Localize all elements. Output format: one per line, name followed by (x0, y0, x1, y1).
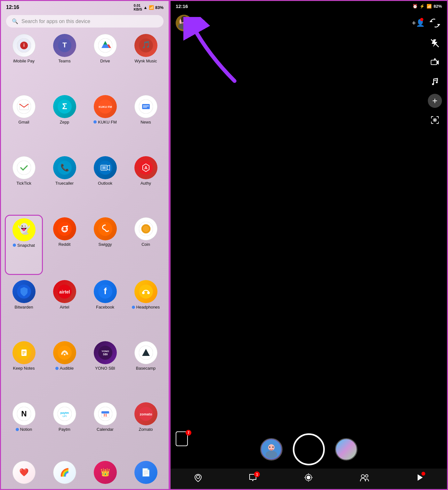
svg-point-88 (436, 81, 438, 83)
svg-rect-39 (64, 226, 67, 227)
nav-map-button[interactable] (194, 473, 203, 482)
app-item-headphones[interactable]: Headphones (127, 277, 165, 336)
svg-text:A: A (144, 165, 147, 170)
snap-bottom: 1 (171, 427, 447, 489)
app-item-truecaller[interactable]: 📞Truecaller (45, 154, 84, 212)
search-bar[interactable]: 🔍 Search for apps on this device (6, 15, 164, 28)
app-icon-paytm: paytmUPI (53, 402, 76, 425)
story-thumb-avatar[interactable] (260, 438, 283, 461)
app-icon-truecaller: 📞 (53, 156, 76, 179)
app-icon-calendar: 31 (94, 402, 117, 425)
app-icon-basecamp (134, 341, 157, 364)
battery-right: 82% (434, 4, 442, 9)
app-icon-airtel: airtel (53, 280, 76, 303)
app-label-zepp: Zepp (60, 120, 69, 125)
apps-grid: iiMobile PayTTeamsDrive🎵Wynk MusicGmailΣ… (1, 31, 169, 458)
app-item-wynkmusic[interactable]: 🎵Wynk Music (127, 31, 165, 90)
app-icon-gmail (12, 95, 36, 118)
svg-text:T: T (62, 41, 67, 49)
app-dot-badge-notion (16, 428, 19, 431)
app-item-snapchat[interactable]: 👻Snapchat (5, 215, 43, 275)
app-label-snapchat: Snapchat (17, 243, 35, 248)
nav-chat-button[interactable]: 1 (248, 473, 257, 482)
app-item-notion[interactable]: NNotion (5, 400, 43, 458)
battery-left: 83% (155, 5, 164, 10)
app-icon-ticktick (12, 156, 36, 179)
add-friend-button[interactable]: +👤 (411, 16, 425, 30)
nav-stories-button[interactable] (415, 473, 424, 482)
time-left: 12:16 (6, 4, 19, 10)
app-item-docs[interactable]: 📄 (127, 458, 165, 486)
app-item-paytm[interactable]: paytmUPIPaytm (45, 400, 84, 458)
app-label-yonosbi: YONO SBI (95, 366, 115, 371)
app-item-outlook[interactable]: OOutlook (86, 154, 124, 212)
svg-point-40 (98, 222, 112, 236)
app-item-imobilepay[interactable]: iiMobile Pay (5, 31, 43, 90)
app-label-zomato: Zomato (139, 427, 153, 432)
app-item-yonosbi[interactable]: YONOSBIYONO SBI (86, 339, 124, 397)
app-item-crown[interactable]: 👑 (86, 458, 124, 486)
camera-shutter-button[interactable] (293, 433, 325, 465)
app-item-reddit[interactable]: Reddit (45, 215, 84, 275)
app-item-audible[interactable]: Audible (45, 339, 84, 397)
app-item-drive[interactable]: Drive (86, 31, 124, 90)
app-item-coin[interactable]: Coin (127, 215, 165, 275)
svg-point-96 (272, 446, 274, 448)
nav-friends-button[interactable] (360, 473, 369, 482)
music-note-button[interactable] (428, 75, 442, 89)
app-item-swiggy[interactable]: Swiggy (86, 215, 124, 275)
status-icons-right: ⏰ ⚡ 📶 82% (412, 4, 442, 9)
app-label-wrapper-teams: Teams (58, 59, 70, 63)
app-item-basecamp[interactable]: Basecamp (127, 339, 165, 397)
app-item-airtel[interactable]: airtelAirtel (45, 277, 84, 336)
annotation-arrow (183, 17, 247, 89)
app-item-photos[interactable]: 🌈 (45, 458, 84, 486)
app-icon-kukufm: KUKU FM (94, 95, 117, 118)
video-upload-button[interactable] (428, 55, 442, 69)
app-label-wrapper-news: News (140, 120, 151, 125)
scan-button[interactable] (428, 113, 442, 127)
svg-point-98 (307, 476, 310, 479)
left-panel: 12:16 0.01KB/S ▲ 📶 83% 🔍 Search for apps… (0, 0, 170, 490)
bottom-partial-apps: ❤️ 🌈 👑 📄 (1, 458, 169, 489)
app-item-gmail[interactable]: Gmail (5, 92, 43, 151)
svg-text:N: N (21, 409, 27, 418)
app-item-zepp[interactable]: ΣZepp (45, 92, 84, 151)
app-label-wrapper-outlook: Outlook (98, 181, 112, 186)
svg-point-51 (147, 292, 150, 294)
svg-line-89 (434, 80, 437, 81)
app-icon-news (134, 95, 157, 118)
app-item-kukufm[interactable]: KUKU FMKUKU FM (86, 92, 124, 151)
app-icon-imobilepay: i (12, 34, 36, 57)
bluetooth-icon: ⚡ (420, 4, 425, 9)
app-item-facebook[interactable]: fFacebook (86, 277, 124, 336)
app-item-ticktick[interactable]: TickTick (5, 154, 43, 212)
app-label-wrapper-kukufm: KUKU FM (93, 120, 117, 125)
svg-point-42 (141, 224, 150, 233)
app-icon-keepnotes (12, 341, 36, 364)
app-item-zomato[interactable]: zomatoZomato (127, 400, 165, 458)
app-icon-zomato: zomato (134, 402, 157, 425)
app-item-keepnotes[interactable]: Keep Notes (5, 339, 43, 397)
app-item-calendar[interactable]: 31Calendar (86, 400, 124, 458)
app-icon-notion: N (12, 402, 36, 425)
app-item-authy[interactable]: AAuthy (127, 154, 165, 212)
app-icon-bitwarden (12, 280, 36, 303)
flip-camera-button[interactable] (428, 16, 442, 30)
nav-camera-button[interactable] (303, 472, 314, 483)
add-effect-button[interactable]: + (428, 94, 442, 108)
app-item-heart[interactable]: ❤️ (5, 458, 43, 486)
app-label-imobilepay: iMobile Pay (13, 59, 35, 63)
app-label-teams: Teams (58, 59, 70, 63)
svg-point-97 (196, 475, 200, 478)
svg-text:👻: 👻 (18, 223, 30, 235)
snap-right-icons: +👤 (411, 16, 442, 30)
app-item-teams[interactable]: TTeams (45, 31, 84, 90)
app-item-bitwarden[interactable]: Bitwarden (5, 277, 43, 336)
app-item-news[interactable]: News (127, 92, 165, 151)
story-thumb-gradient[interactable] (335, 438, 357, 461)
flash-off-button[interactable] (428, 36, 442, 50)
app-label-wrapper-truecaller: Truecaller (55, 181, 74, 186)
app-icon-reddit (53, 217, 76, 240)
svg-point-93 (268, 444, 275, 451)
